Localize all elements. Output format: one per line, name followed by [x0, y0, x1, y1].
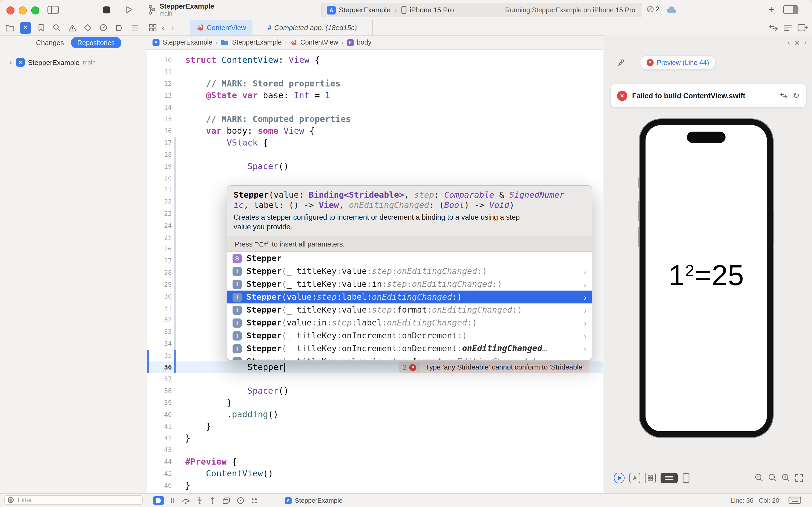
source-control-navigator-icon[interactable]: ✕ — [20, 22, 31, 34]
zoom-actual-size-icon[interactable] — [768, 473, 777, 482]
device-settings-button[interactable] — [660, 472, 678, 484]
issue-count-badge[interactable]: 2 — [647, 5, 659, 13]
completion-row-8[interactable]: IStepper(_ titleKey:value:in:step:format… — [227, 355, 592, 360]
line-number[interactable]: 28 — [147, 267, 172, 279]
window-zoom-button[interactable] — [31, 6, 39, 14]
diagnostics-icon[interactable] — [779, 92, 788, 99]
live-preview-button[interactable] — [614, 472, 625, 484]
code-line-36[interactable]: 36 Stepper2✕Type 'any Strideable' cannot… — [147, 361, 603, 373]
line-number[interactable]: 31 — [147, 302, 172, 314]
right-sidebar-toggle-icon[interactable] — [783, 5, 799, 14]
line-number[interactable]: 36 — [147, 361, 172, 373]
test-navigator-icon[interactable] — [82, 22, 94, 34]
preview-tab[interactable]: ✕ Preview (Line 44) — [640, 55, 716, 70]
changes-tab[interactable]: Changes — [36, 39, 64, 47]
completion-row-3[interactable]: IStepper(value:step:label:onEditingChang… — [227, 291, 592, 303]
code-line-45[interactable]: 45 ContentView() — [147, 468, 603, 480]
line-number[interactable]: 21 — [147, 184, 172, 196]
code-line-17[interactable]: 17 VStack { — [147, 137, 603, 149]
run-button[interactable] — [124, 5, 134, 14]
disclosure-chevron-icon[interactable]: › — [584, 292, 586, 301]
disclosure-chevron-icon[interactable]: › — [584, 305, 586, 315]
tab-contentview[interactable]: ContentView — [190, 20, 252, 36]
disclosure-chevron-icon[interactable]: › — [584, 318, 586, 327]
keyboard-icon[interactable] — [789, 496, 801, 504]
line-number[interactable]: 16 — [147, 125, 172, 137]
line-number[interactable]: 11 — [147, 66, 172, 78]
breakpoints-toggle-button[interactable] — [153, 496, 164, 505]
line-number[interactable]: 23 — [147, 208, 172, 220]
completion-row-2[interactable]: IStepper(_ titleKey:value:in:step:onEdit… — [227, 278, 592, 291]
code-line-40[interactable]: 40 .padding() — [147, 409, 603, 420]
line-number[interactable]: 10 — [147, 54, 172, 66]
selectable-preview-button[interactable]: A — [629, 472, 640, 484]
filter-input[interactable] — [17, 496, 126, 504]
code-line-18[interactable]: 18 — [147, 149, 603, 161]
window-minimize-button[interactable] — [19, 6, 27, 14]
step-into-icon[interactable] — [196, 497, 203, 504]
line-number[interactable]: 44 — [147, 456, 172, 468]
project-title-block[interactable]: StepperExample main — [148, 2, 214, 17]
disclosure-chevron-icon[interactable]: › — [584, 344, 586, 353]
line-number[interactable]: 38 — [147, 385, 172, 397]
code-line-16[interactable]: 16 var body: some View { — [147, 125, 603, 137]
activity-scheme-bar[interactable]: A StepperExample › iPhone 15 Pro Running… — [321, 3, 642, 17]
source-editor[interactable]: 10struct ContentView: View {1112 // MARK… — [147, 50, 603, 493]
line-number[interactable]: 15 — [147, 113, 172, 125]
pin-icon[interactable] — [616, 58, 626, 69]
line-number[interactable]: 33 — [147, 326, 172, 338]
issue-navigator-icon[interactable] — [67, 22, 78, 34]
line-number[interactable]: 13 — [147, 90, 172, 102]
line-number[interactable]: 39 — [147, 397, 172, 409]
line-number[interactable]: 29 — [147, 279, 172, 291]
line-number[interactable]: 41 — [147, 420, 172, 432]
variants-grid-button[interactable] — [645, 472, 656, 484]
line-number[interactable]: 25 — [147, 231, 172, 243]
code-review-icon[interactable] — [768, 24, 778, 31]
code-line-38[interactable]: 38 Spacer() — [147, 385, 603, 397]
filter-field[interactable] — [4, 495, 143, 505]
line-number[interactable]: 35 — [147, 350, 172, 361]
code-line-11[interactable]: 11 — [147, 66, 603, 78]
line-number[interactable]: 37 — [147, 373, 172, 385]
related-items-icon[interactable] — [149, 23, 157, 32]
code-line-39[interactable]: 39 } — [147, 397, 603, 409]
breadcrumb-group[interactable]: StepperExample — [232, 39, 282, 46]
line-number[interactable]: 18 — [147, 149, 172, 161]
go-back-button[interactable]: ‹ — [160, 23, 166, 33]
line-number[interactable]: 14 — [147, 102, 172, 113]
line-number[interactable]: 12 — [147, 78, 172, 90]
line-number[interactable]: 26 — [147, 243, 172, 255]
completion-row-6[interactable]: IStepper(_ titleKey:onIncrement:onDecrem… — [227, 329, 592, 342]
line-number[interactable]: 42 — [147, 432, 172, 444]
line-number[interactable]: 43 — [147, 444, 172, 456]
code-line-12[interactable]: 12 // MARK: Stored properties — [147, 78, 603, 90]
line-number[interactable]: 19 — [147, 161, 172, 172]
stop-button[interactable] — [103, 6, 110, 13]
line-number[interactable]: 24 — [147, 220, 172, 231]
line-number[interactable]: 30 — [147, 291, 172, 302]
repositories-tab[interactable]: Repositories — [71, 37, 121, 48]
tab-completed-app[interactable]: # Completed app. (18ed15c) — [252, 20, 373, 36]
retry-icon[interactable]: ↻ — [793, 91, 800, 101]
canvas-close-icon[interactable]: ⊗ — [794, 39, 800, 47]
code-line-42[interactable]: 42} — [147, 432, 603, 444]
code-line-43[interactable]: 43 — [147, 444, 603, 456]
code-line-46[interactable]: 46} — [147, 480, 603, 492]
breadcrumb-file[interactable]: ContentView — [300, 39, 338, 46]
debug-target-breadcrumb[interactable]: A StepperExample — [285, 494, 342, 507]
disclosure-chevron-icon[interactable]: › — [10, 59, 12, 66]
line-number[interactable]: 40 — [147, 409, 172, 420]
go-forward-button[interactable]: › — [169, 23, 176, 33]
code-line-15[interactable]: 15 // MARK: Computed properties — [147, 113, 603, 125]
code-line-44[interactable]: 44#Preview { — [147, 456, 603, 468]
code-line-10[interactable]: 10struct ContentView: View { — [147, 54, 603, 66]
scheme-name[interactable]: StepperExample — [339, 6, 391, 14]
add-button[interactable]: + — [765, 3, 777, 16]
environment-overrides-icon[interactable] — [251, 497, 258, 504]
app-preview-screen[interactable]: 12=25 — [645, 258, 767, 292]
line-number[interactable]: 46 — [147, 480, 172, 492]
build-error-banner[interactable]: ✕ Failed to build ContentView.swift ↻ — [611, 84, 806, 107]
project-navigator-icon[interactable] — [4, 22, 15, 34]
editor-options-icon[interactable] — [784, 24, 792, 31]
